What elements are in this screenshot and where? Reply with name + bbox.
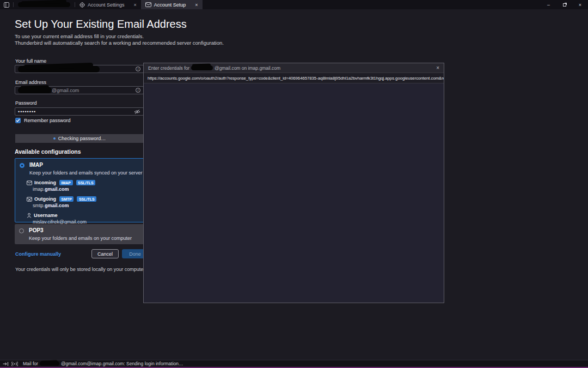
tab-bar: Account Settings × Account Setup × – × (0, 0, 588, 9)
oauth-page-loading-area (144, 83, 444, 303)
intro-line-2: Thunderbird will automatically search fo… (15, 40, 224, 46)
pop3-radio-unselected[interactable] (19, 228, 24, 233)
close-tab-icon[interactable]: × (195, 2, 198, 8)
tab-mail-account[interactable] (14, 0, 75, 9)
redacted-status-email (40, 361, 59, 366)
remember-password-row[interactable]: Remember password (15, 118, 71, 123)
redacted-dialog-email (191, 65, 213, 70)
incoming-server-row: Incoming IMAP SSL/TLS (27, 180, 146, 185)
full-name-input[interactable]: i (15, 65, 144, 73)
page-title: Set Up Your Existing Email Address (15, 18, 187, 31)
imap-description: Keep your folders and emails synced on y… (29, 170, 143, 176)
checking-password-text: Checking password… (58, 136, 106, 141)
status-bar: Mail for @gmail.com@imap.gmail.com: Send… (0, 360, 588, 368)
status-suffix: @gmail.com@imap.gmail.com: Sending login… (61, 361, 183, 366)
remember-password-label: Remember password (24, 118, 71, 123)
incoming-ssl-badge: SSL/TLS (76, 180, 96, 185)
email-visible-value: @gmail.com (52, 88, 79, 93)
incoming-envelope-icon (27, 180, 32, 185)
outgoing-hostname: smtp.gmail.com (33, 203, 146, 208)
info-icon: i (136, 88, 140, 93)
info-icon: i (136, 67, 140, 71)
outgoing-envelope-icon (27, 197, 32, 202)
username-row: Username (27, 213, 146, 218)
close-window-button[interactable]: × (572, 0, 588, 9)
tab-label: Account Setup (154, 2, 186, 8)
person-icon (27, 213, 32, 218)
incoming-protocol-badge: IMAP (59, 180, 73, 185)
close-tab-icon[interactable]: × (134, 2, 137, 8)
redacted-account-name (18, 2, 70, 7)
email-label: Email address (15, 80, 46, 85)
configure-manually-link[interactable]: Configure manually (15, 251, 61, 257)
network-activity-icon (11, 361, 18, 366)
outgoing-protocol-badge: SMTP (59, 196, 74, 202)
oauth-dialog-title-prefix: Enter credentials for (148, 65, 189, 71)
imap-radio-selected[interactable] (20, 163, 24, 168)
tab-label: Account Settings (88, 2, 125, 8)
spinner-icon (53, 137, 56, 140)
pop3-name: POP3 (29, 227, 132, 233)
gear-icon (79, 2, 85, 8)
redacted-email-local-part (18, 87, 52, 93)
oauth-url-text: https://accounts.google.com/o/oauth2/aut… (148, 76, 444, 81)
tab-account-settings[interactable]: Account Settings × (75, 0, 141, 9)
username-label: Username (34, 213, 58, 218)
window-controls: – × (541, 0, 588, 9)
full-name-label: Your full name (15, 58, 46, 64)
checkbox-checked-icon[interactable] (15, 118, 21, 123)
outgoing-label: Outgoing (34, 196, 56, 202)
redacted-full-name (18, 66, 100, 73)
password-masked-value: •••••••• (18, 109, 36, 114)
oauth-credentials-dialog: Enter credentials for @gmail.com on imap… (143, 63, 444, 303)
oauth-dialog-title-suffix: @gmail.com on imap.gmail.com (215, 65, 280, 71)
pop3-configuration-option[interactable]: POP3 Keep your folders and emails on you… (15, 224, 151, 244)
credentials-note: Your credentials will only be stored loc… (15, 267, 146, 272)
email-input[interactable]: @gmail.com i (15, 86, 144, 94)
close-dialog-icon[interactable]: × (436, 65, 439, 71)
spaces-icon (4, 2, 9, 8)
available-configurations-heading: Available configurations (15, 148, 81, 155)
incoming-label: Incoming (34, 180, 56, 185)
imap-configuration-option[interactable]: IMAP Keep your folders and emails synced… (15, 158, 151, 222)
cancel-button[interactable]: Cancel (91, 249, 119, 258)
eye-off-icon[interactable] (134, 109, 140, 114)
envelope-icon (145, 2, 151, 7)
pop3-description: Keep your folders and emails on your com… (29, 236, 132, 241)
oauth-url-bar: https://accounts.google.com/o/oauth2/aut… (144, 73, 444, 83)
password-label: Password (15, 100, 37, 106)
minimize-button[interactable]: – (541, 0, 556, 9)
status-prefix: Mail for (23, 361, 38, 366)
status-message: Mail for @gmail.com@imap.gmail.com: Send… (23, 361, 183, 366)
intro-line-1: To use your current email address fill i… (15, 33, 144, 39)
oauth-dialog-titlebar: Enter credentials for @gmail.com on imap… (144, 63, 444, 73)
tab-account-setup[interactable]: Account Setup × (141, 0, 203, 9)
maximize-button[interactable] (556, 0, 572, 9)
maximize-icon (563, 3, 566, 7)
login-arrow-icon (3, 361, 9, 366)
password-input[interactable]: •••••••• (15, 107, 144, 116)
outgoing-server-row: Outgoing SMTP SSL/TLS (27, 196, 146, 202)
outgoing-ssl-badge: SSL/TLS (77, 196, 96, 202)
spaces-toolbar-button[interactable] (0, 0, 13, 9)
checking-password-status: Checking password… (15, 134, 144, 143)
incoming-hostname: imap.gmail.com (33, 186, 146, 192)
imap-name: IMAP (29, 162, 143, 168)
